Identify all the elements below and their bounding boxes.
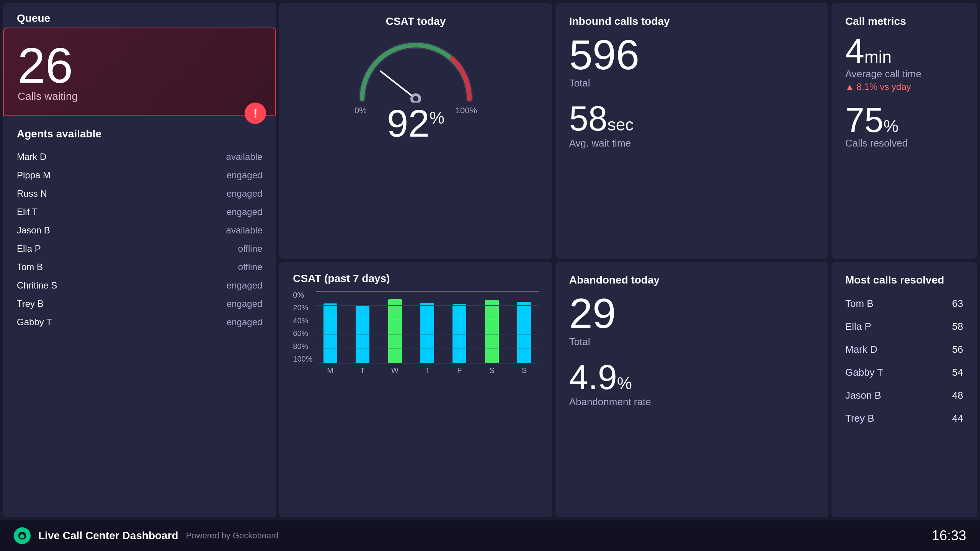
footer-powered: Powered by Geckoboard (186, 531, 279, 541)
resolved-count: 44 (952, 412, 963, 424)
chart-bar (323, 303, 337, 363)
agent-row: Pippa M engaged (17, 166, 262, 184)
agent-row: Tom B offline (17, 258, 262, 276)
rate-label: Abandonment rate (569, 396, 815, 408)
queue-title: Queue (3, 3, 276, 28)
gauge-labels: 0% 100% (354, 106, 477, 116)
target-line (316, 291, 538, 292)
resolved-name: Jason B (845, 390, 881, 401)
agent-status: engaged (227, 207, 262, 217)
abandoned-total: 29 (569, 292, 815, 334)
bar-group: S (510, 302, 538, 375)
inbound-total-label: Total (569, 77, 815, 89)
svg-point-2 (413, 96, 418, 101)
resolved-name: Gabby T (845, 367, 883, 378)
chart-bar (388, 299, 402, 363)
bar-day-label: S (522, 366, 527, 375)
agent-status: engaged (227, 170, 262, 181)
footer-left: Live Call Center Dashboard Powered by Ge… (14, 527, 279, 544)
agent-status: engaged (227, 280, 262, 291)
footer-time: 16:33 (932, 528, 966, 544)
wait-time-unit: sec (608, 115, 634, 134)
csat-7days-card: CSAT (past 7 days) 100% 80% 60% 40% 20% … (279, 262, 552, 517)
agents-section: Agents available Mark D available Pippa … (3, 116, 276, 517)
agent-row: Gabby T engaged (17, 313, 262, 331)
agent-name: Trey B (17, 298, 44, 309)
bar-day-label: F (457, 366, 462, 375)
agent-row: Mark D available (17, 148, 262, 166)
agent-name: Tom B (17, 262, 43, 272)
resolved-label: Calls resolved (845, 137, 963, 149)
agent-status: offline (238, 262, 263, 272)
agent-row: Trey B engaged (17, 295, 262, 313)
y-axis: 100% 80% 60% 40% 20% 0% (293, 291, 316, 364)
queue-label: Calls waiting (18, 90, 261, 103)
inbound-total-number: 596 (569, 34, 815, 76)
agents-title: Agents available (17, 128, 262, 140)
resolved-count: 48 (952, 390, 963, 401)
resolved-name: Tom B (845, 298, 874, 310)
agent-status: available (226, 225, 263, 236)
footer-title: Live Call Center Dashboard (38, 530, 178, 542)
csat-today-title: CSAT today (386, 15, 446, 28)
trend-label: vs yday (880, 82, 911, 92)
avg-time-value: 4min (845, 34, 963, 68)
resolved-row: Mark D 56 (845, 338, 963, 361)
resolved-count: 58 (952, 321, 963, 333)
inbound-calls-card: Inbound calls today 596 Total 58sec Avg.… (555, 3, 828, 259)
gauge-min-label: 0% (354, 106, 367, 116)
resolved-row: Gabby T 54 (845, 361, 963, 384)
bar-day-label: M (327, 366, 333, 375)
resolved-name: Ella P (845, 321, 871, 333)
csat-7days-title: CSAT (past 7 days) (293, 272, 538, 285)
wait-time-label: Avg. wait time (569, 137, 815, 149)
agent-name: Chritine S (17, 280, 57, 291)
alert-icon: ! (245, 103, 266, 124)
gauge-svg (354, 37, 477, 103)
bar-day-label: T (425, 366, 430, 375)
resolved-name: Trey B (845, 412, 874, 424)
wait-time-block: 58sec Avg. wait time (569, 101, 815, 149)
resolved-block: 75% Calls resolved (845, 103, 963, 149)
agent-name: Russ N (17, 188, 47, 199)
resolved-row: Ella P 58 (845, 315, 963, 338)
agent-name: Ella P (17, 243, 41, 254)
agent-name: Pippa M (17, 170, 51, 181)
queue-count: 26 (18, 41, 261, 90)
agent-name: Jason B (17, 225, 50, 236)
bar-group: F (445, 304, 474, 375)
agent-status: engaged (227, 317, 262, 328)
call-metrics-title: Call metrics (845, 15, 963, 28)
trend-value: 8.1% (857, 82, 878, 92)
chart-bar (356, 305, 369, 363)
agent-status: offline (238, 243, 263, 254)
rate-value: 4.9 (569, 358, 617, 396)
agent-row: Chritine S engaged (17, 276, 262, 295)
resolved-count: 54 (952, 367, 963, 378)
bar-group: W (381, 299, 409, 375)
trend-arrow: ▲ (845, 82, 854, 92)
resolved-list: Tom B 63 Ella P 58 Mark D 56 Gabby T 54 … (845, 292, 963, 430)
avg-time-block: 4min Average call time ▲ 8.1% vs yday (845, 34, 963, 92)
inbound-title: Inbound calls today (569, 15, 815, 28)
csat-today-card: CSAT today 0% 100% 92% (279, 3, 552, 259)
agent-name: Elif T (17, 207, 38, 217)
agent-row: Jason B available (17, 221, 262, 240)
chart-bar (485, 300, 499, 363)
agent-status: available (226, 152, 263, 162)
abandoned-title: Abandoned today (569, 274, 815, 286)
rate-unit: % (617, 374, 632, 393)
queue-alert-section: 26 Calls waiting ! (3, 28, 276, 116)
most-resolved-title: Most calls resolved (845, 274, 963, 286)
bar-group: T (348, 305, 377, 375)
wait-time-number: 58 (569, 99, 608, 138)
bar-group: T (413, 303, 441, 375)
call-metrics-card: Call metrics 4min Average call time ▲ 8.… (831, 3, 977, 259)
resolved-value: 75% (845, 103, 963, 137)
resolved-count: 56 (952, 344, 963, 355)
resolved-row: Jason B 48 (845, 384, 963, 407)
bars-area: M T W T F S S (316, 302, 538, 375)
bar-group: S (478, 300, 506, 375)
bar-chart: 100% 80% 60% 40% 20% 0% M T (293, 291, 538, 375)
agent-status: engaged (227, 188, 262, 199)
